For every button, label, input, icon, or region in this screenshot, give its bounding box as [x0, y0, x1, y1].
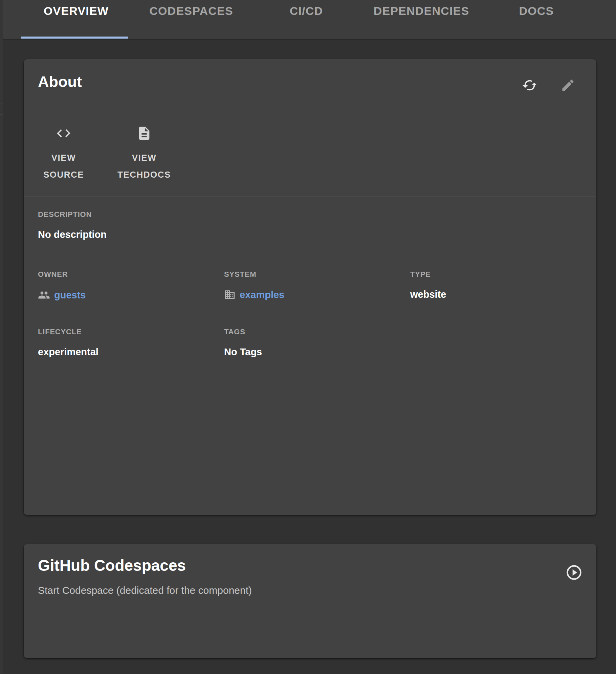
about-card-actions — [519, 75, 578, 96]
view-techdocs-button[interactable]: VIEW TECHDOCS — [111, 125, 177, 183]
refresh-button[interactable] — [519, 75, 540, 96]
tab-codespaces[interactable]: CODESPACES — [134, 0, 249, 39]
view-source-label: VIEW SOURCE — [36, 149, 92, 183]
type-label: TYPE — [410, 270, 596, 279]
tab-docs[interactable]: DOCS — [479, 0, 594, 39]
sidebar-divider — [0, 104, 3, 104]
owner-field: OWNER guests — [38, 270, 224, 301]
owner-link-guests[interactable]: guests — [54, 290, 86, 301]
start-codespace-button[interactable] — [562, 560, 586, 585]
tags-field: TAGS No Tags — [224, 328, 410, 358]
description-value: No description — [38, 229, 582, 240]
tags-label: TAGS — [224, 328, 410, 336]
edit-button[interactable] — [558, 75, 578, 96]
sidebar-divider — [0, 114, 3, 115]
owner-label: OWNER — [38, 270, 224, 279]
about-card-body: DESCRIPTION No description OWNER guests … — [24, 197, 596, 358]
system-field: SYSTEM examples — [224, 270, 410, 301]
type-value: website — [410, 289, 596, 300]
tab-ci-cd[interactable]: CI/CD — [249, 0, 364, 39]
tab-dependencies[interactable]: DEPENDENCIES — [364, 0, 479, 39]
about-card: About VIEW SOURCE — [24, 59, 596, 515]
view-source-button[interactable]: VIEW SOURCE — [30, 125, 97, 183]
lifecycle-value: experimental — [38, 346, 224, 358]
about-fields-grid: OWNER guests SYSTEM examples — [38, 270, 582, 358]
description-label: DESCRIPTION — [38, 210, 582, 219]
code-icon — [56, 125, 72, 142]
refresh-icon — [522, 77, 537, 93]
document-icon — [136, 125, 152, 142]
about-card-title: About — [38, 73, 82, 96]
system-label: SYSTEM — [224, 270, 410, 279]
lifecycle-label: LIFECYCLE — [38, 328, 224, 336]
lifecycle-field: LIFECYCLE experimental — [38, 328, 224, 358]
codespaces-card-title: GitHub Codespaces — [38, 556, 582, 575]
about-card-header: About — [24, 59, 596, 96]
business-icon — [224, 289, 236, 300]
github-codespaces-card: GitHub Codespaces Start Codespace (dedic… — [24, 544, 596, 658]
tags-value: No Tags — [224, 346, 410, 358]
group-icon — [38, 289, 50, 301]
edit-pencil-icon — [560, 78, 575, 93]
view-techdocs-label: VIEW TECHDOCS — [116, 149, 172, 183]
page-left-edge — [0, 0, 3, 674]
tab-overview[interactable]: OVERVIEW — [19, 0, 134, 39]
system-link-examples[interactable]: examples — [240, 289, 284, 300]
type-field: TYPE website — [410, 270, 596, 301]
play-circle-icon — [565, 577, 583, 582]
entity-overview-content: About VIEW SOURCE — [3, 40, 616, 658]
entity-tab-bar: OVERVIEW CODESPACES CI/CD DEPENDENCIES D… — [3, 0, 616, 40]
description-field: DESCRIPTION No description — [38, 210, 582, 240]
about-card-buttons: VIEW SOURCE VIEW TECHDOCS — [24, 125, 596, 183]
active-tab-indicator — [21, 37, 128, 39]
codespaces-card-subtitle: Start Codespace (dedicated for the compo… — [38, 585, 582, 596]
